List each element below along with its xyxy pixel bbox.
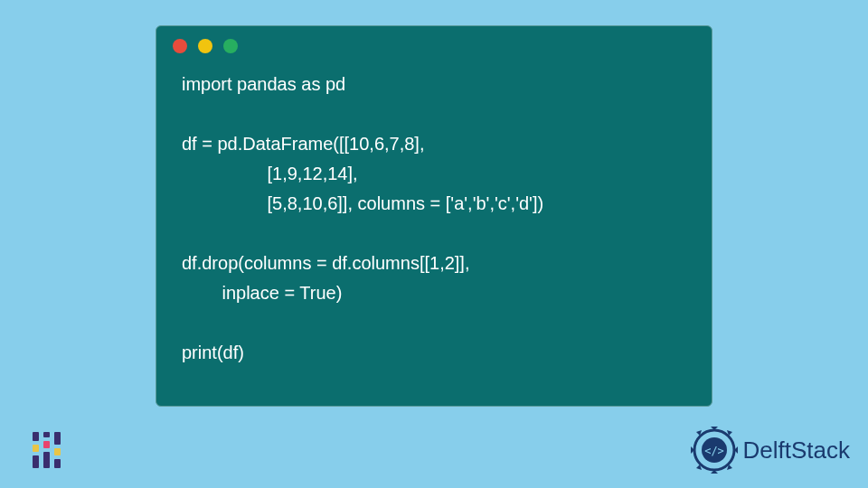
logo-bar (54, 432, 61, 468)
minimize-icon (198, 39, 212, 53)
code-content: import pandas as pd df = pd.DataFrame([[… (156, 61, 712, 386)
logo-bar (33, 432, 39, 468)
maximize-icon (223, 39, 238, 53)
brand-suffix: Stack (791, 436, 850, 464)
code-line: print(df) (182, 343, 244, 362)
code-line: df.drop(columns = df.columns[[1,2]], (182, 253, 470, 273)
code-window: import pandas as pd df = pd.DataFrame([[… (156, 25, 712, 407)
code-line: import pandas as pd (182, 74, 345, 94)
left-logo-icon (33, 430, 72, 470)
code-line: [5,8,10,6]], columns = ['a','b','c','d']… (182, 193, 543, 213)
brand-prefix: Delft (743, 436, 791, 464)
code-line: [1,9,12,14], (182, 164, 358, 183)
close-icon (173, 39, 187, 53)
code-line: inplace = True) (182, 283, 342, 303)
logo-bar (43, 432, 50, 468)
brand-text: DelftStack (743, 436, 851, 465)
code-line: df = pd.DataFrame([[10,6,7,8], (182, 134, 424, 154)
window-controls (156, 26, 712, 61)
gear-icon: </> (689, 425, 740, 475)
svg-text:</>: </> (704, 445, 724, 457)
right-logo: </> DelftStack (689, 425, 851, 475)
